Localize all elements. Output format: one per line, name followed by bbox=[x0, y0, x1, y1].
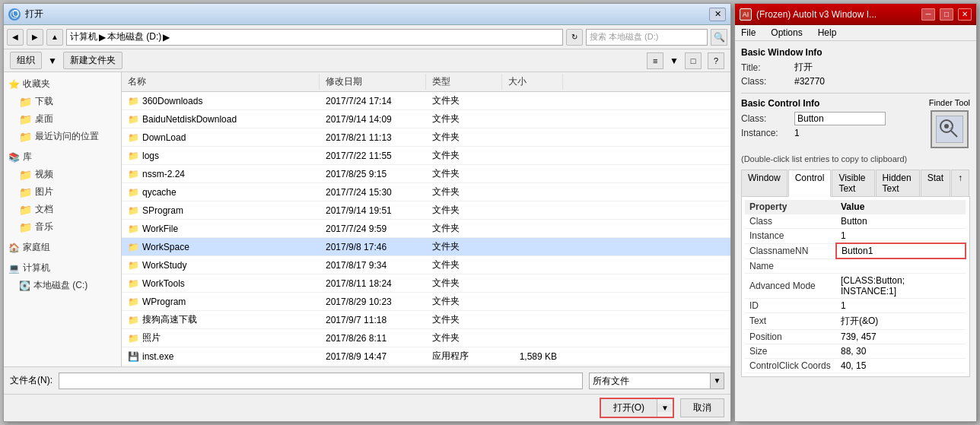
prop-row[interactable]: Text 打开(&O) bbox=[745, 312, 966, 329]
sidebar-item-pictures[interactable]: 📁 图片 bbox=[4, 183, 121, 201]
file-row[interactable]: 📁 WorkStudy 2017/8/17 9:34 文件夹 bbox=[122, 256, 730, 274]
homegroup-header[interactable]: 🏠 家庭组 bbox=[4, 239, 121, 256]
menu-file[interactable]: File bbox=[738, 27, 759, 39]
prop-row[interactable]: ID 1 bbox=[745, 298, 966, 312]
prop-row[interactable]: Position 739, 457 bbox=[745, 329, 966, 344]
library-header[interactable]: 📚 库 bbox=[4, 148, 121, 166]
basic-window-info: Basic Window Info Title: 打开 Class: #3277… bbox=[741, 47, 970, 87]
file-row[interactable]: 📁 WorkFile 2017/7/24 9:59 文件夹 bbox=[122, 220, 730, 238]
tab-control[interactable]: Control bbox=[788, 170, 832, 197]
file-size bbox=[502, 282, 563, 285]
computer-icon: 💻 bbox=[8, 263, 20, 274]
open-dropdown-button[interactable]: ▼ bbox=[657, 404, 673, 412]
autoit-close-button[interactable]: ✕ bbox=[958, 8, 972, 21]
tab-visible-text[interactable]: Visible Text bbox=[832, 170, 874, 196]
back-button[interactable]: ◀ bbox=[7, 29, 24, 46]
search-input-area[interactable]: 搜索 本地磁盘 (D:) bbox=[586, 29, 708, 46]
basic-control-info: Basic Control Info Class: Instance: 1 Fi… bbox=[741, 98, 970, 148]
prop-row[interactable]: Instance 1 bbox=[745, 229, 966, 244]
col-header-type[interactable]: 类型 bbox=[426, 74, 502, 90]
up-button[interactable]: ▲ bbox=[46, 29, 63, 46]
search-button[interactable]: 🔍 bbox=[711, 29, 727, 46]
navigation-toolbar: ◀ ▶ ▲ 计算机 ▶ 本地磁盘 (D:) ▶ ↻ 搜索 本地磁盘 (D:) 🔍 bbox=[4, 25, 730, 49]
organize-button[interactable]: 组织 bbox=[10, 52, 42, 69]
window-class-row: Class: #32770 bbox=[741, 76, 970, 87]
file-icon: 📁 bbox=[128, 114, 139, 125]
tab-stat[interactable]: Stat bbox=[921, 170, 950, 196]
filename-input[interactable] bbox=[59, 373, 583, 389]
file-name: 📁 WorkStudy bbox=[122, 258, 320, 272]
file-icon: 📁 bbox=[128, 260, 139, 271]
menu-options[interactable]: Options bbox=[768, 27, 805, 39]
finder-tool-label: Finder Tool bbox=[929, 98, 970, 107]
file-row[interactable]: 📁 360Downloads 2017/7/24 17:14 文件夹 bbox=[122, 92, 730, 110]
col-header-name[interactable]: 名称 bbox=[122, 74, 320, 90]
tab-window[interactable]: Window bbox=[741, 170, 788, 196]
autoit-minimize-button[interactable]: ─ bbox=[921, 8, 935, 21]
window-title-value: 打开 bbox=[794, 61, 970, 74]
sidebar-item-documents[interactable]: 📁 文档 bbox=[4, 201, 121, 218]
file-row[interactable]: 📁 qycache 2017/7/24 15:30 文件夹 bbox=[122, 183, 730, 201]
file-row[interactable]: 📁 logs 2017/7/22 11:55 文件夹 bbox=[122, 147, 730, 165]
breadcrumb[interactable]: 计算机 ▶ 本地磁盘 (D:) ▶ bbox=[66, 29, 563, 46]
prop-row[interactable]: Class Button bbox=[745, 214, 966, 229]
sidebar-item-recent[interactable]: 📁 最近访问的位置 bbox=[4, 128, 121, 145]
prop-row[interactable]: ClassnameNN Button1 bbox=[745, 243, 966, 258]
dialog-close-button[interactable]: ✕ bbox=[709, 8, 726, 21]
hint-text: (Double-click list entries to copy to cl… bbox=[741, 154, 970, 163]
file-row[interactable]: 📁 WorkTools 2017/8/11 18:24 文件夹 bbox=[122, 274, 730, 293]
prop-row[interactable]: Advanced Mode [CLASS:Button; INSTANCE:1] bbox=[745, 273, 966, 298]
prop-row[interactable]: Name bbox=[745, 258, 966, 273]
preview-button[interactable]: □ bbox=[685, 52, 702, 69]
menu-help[interactable]: Help bbox=[815, 27, 840, 39]
favorites-header[interactable]: ⭐ 收藏夹 bbox=[4, 75, 121, 93]
tab-more[interactable]: ↑ bbox=[951, 170, 969, 196]
file-name: 📁 WorkSpace bbox=[122, 240, 320, 254]
sidebar-item-download[interactable]: 📁 下载 bbox=[4, 93, 121, 110]
refresh-button[interactable]: ↻ bbox=[566, 29, 583, 46]
file-date: 2017/7/24 15:30 bbox=[320, 186, 426, 199]
file-name: 📁 nssm-2.24 bbox=[122, 167, 320, 181]
sidebar-cdrive-label: 本地磁盘 (C:) bbox=[33, 279, 88, 292]
file-row[interactable]: 📁 BaiduNetdiskDownload 2017/9/14 14:09 文… bbox=[122, 110, 730, 128]
file-row[interactable]: 📁 照片 2017/8/26 8:11 文件夹 bbox=[122, 329, 730, 347]
help-button[interactable]: ? bbox=[708, 52, 724, 69]
forward-button[interactable]: ▶ bbox=[27, 29, 43, 46]
sidebar-item-desktop[interactable]: 📁 桌面 bbox=[4, 110, 121, 128]
prop-label: Size bbox=[745, 344, 836, 358]
file-row[interactable]: 📁 搜狗高速下载 2017/9/7 11:18 文件夹 bbox=[122, 311, 730, 329]
computer-header[interactable]: 💻 计算机 bbox=[4, 259, 121, 277]
finder-tool[interactable] bbox=[931, 110, 969, 148]
prop-row[interactable]: Size 88, 30 bbox=[745, 344, 966, 358]
file-row[interactable]: 📁 DownLoad 2017/8/21 11:13 文件夹 bbox=[122, 128, 730, 147]
file-date: 2017/7/24 17:14 bbox=[320, 94, 426, 108]
content-area: ⭐ 收藏夹 📁 下载 📁 桌面 📁 最近访问的位置 📚 bbox=[4, 72, 730, 366]
new-folder-button[interactable]: 新建文件夹 bbox=[63, 52, 123, 69]
filetype-arrow[interactable]: ▼ bbox=[711, 373, 724, 389]
prop-row[interactable]: ControlClick Coords 40, 15 bbox=[745, 358, 966, 373]
file-list[interactable]: 📁 360Downloads 2017/7/24 17:14 文件夹 📁 Bai… bbox=[122, 92, 730, 366]
file-row[interactable]: 💾 inst.exe 2017/8/9 14:47 应用程序 1,589 KB bbox=[122, 347, 730, 366]
open-button[interactable]: 打开(O) bbox=[601, 399, 657, 417]
filetype-select[interactable]: 所有文件 bbox=[589, 373, 711, 389]
view-toggle-button[interactable]: ≡ bbox=[647, 52, 663, 69]
file-name: 📁 DownLoad bbox=[122, 131, 320, 144]
homegroup-section: 🏠 家庭组 bbox=[4, 239, 121, 256]
prop-row[interactable]: Property Value bbox=[745, 200, 966, 214]
file-row[interactable]: 📁 nssm-2.24 2017/8/25 9:15 文件夹 bbox=[122, 165, 730, 183]
file-row[interactable]: 📁 WProgram 2017/8/29 10:23 文件夹 bbox=[122, 293, 730, 311]
file-row[interactable]: 📁 SProgram 2017/9/14 19:51 文件夹 bbox=[122, 201, 730, 220]
file-name: 📁 logs bbox=[122, 149, 320, 163]
col-header-size[interactable]: 大小 bbox=[502, 74, 563, 90]
autoit-panel: AI (Frozen) AutoIt v3 Window I... ─ □ ✕ … bbox=[734, 3, 977, 422]
autoit-maximize-button[interactable]: □ bbox=[940, 8, 953, 21]
tab-hidden-text[interactable]: Hidden Text bbox=[876, 170, 920, 196]
control-class-input[interactable] bbox=[794, 112, 886, 125]
sidebar-item-video[interactable]: 📁 视频 bbox=[4, 166, 121, 183]
file-row[interactable]: 📁 WorkSpace 2017/9/8 17:46 文件夹 bbox=[122, 238, 730, 256]
col-header-date[interactable]: 修改日期 bbox=[320, 74, 426, 90]
sidebar-item-music[interactable]: 📁 音乐 bbox=[4, 218, 121, 236]
sidebar-item-cdrive[interactable]: 💽 本地磁盘 (C:) bbox=[4, 277, 121, 294]
file-name: 📁 WProgram bbox=[122, 295, 320, 309]
cancel-button[interactable]: 取消 bbox=[680, 398, 724, 417]
